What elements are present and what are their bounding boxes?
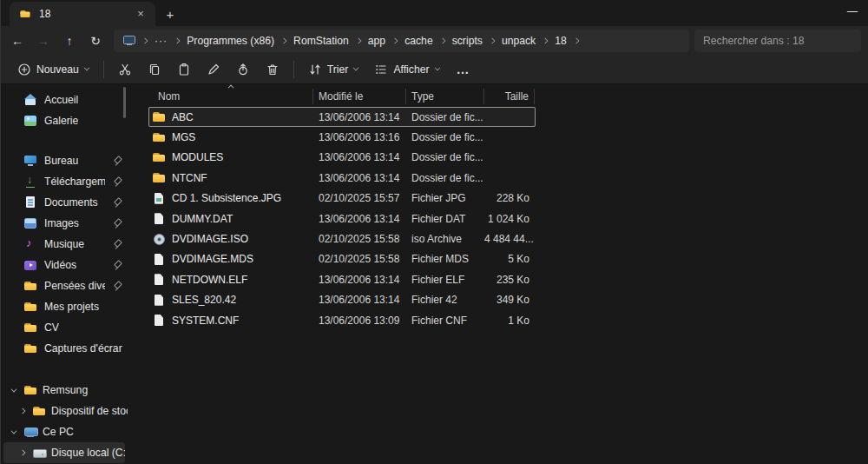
breadcrumb-item[interactable]: RomStation [281, 35, 349, 47]
paste-button[interactable] [169, 57, 199, 82]
search-input[interactable]: Rechercher dans : 18 [694, 30, 861, 52]
expand-chevron-icon[interactable] [11, 428, 17, 434]
table-row[interactable]: ABC 13/06/2006 13:14 Dossier de fic... [148, 107, 536, 127]
sort-button[interactable]: Trier [300, 57, 367, 82]
breadcrumb-item[interactable]: Programmes (x86) [174, 35, 274, 47]
up-button[interactable]: ↑ [56, 30, 82, 52]
address-bar[interactable]: ··· Programmes (x86) RomStation app cach… [114, 30, 689, 52]
breadcrumb-item[interactable]: unpack [490, 35, 536, 47]
sidebar-item[interactable]: Accueil [1, 89, 128, 110]
sidebar-item[interactable]: Téléchargements [1, 171, 128, 192]
forward-button[interactable]: → [30, 30, 56, 52]
table-row[interactable]: MODULES 13/06/2006 13:14 Dossier de fic.… [148, 148, 536, 168]
downloads-icon [23, 175, 37, 189]
chevron-right-icon [355, 37, 361, 43]
table-row[interactable]: NETDOWN.ELF 13/06/2006 13:14 Fichier ELF… [148, 269, 536, 289]
pc-icon [122, 34, 135, 47]
table-row[interactable]: SLES_820.42 13/06/2006 13:14 Fichier 42 … [148, 290, 536, 310]
file-modified: 13/06/2006 13:16 [313, 131, 406, 143]
breadcrumb-item[interactable]: scripts [440, 35, 483, 47]
sidebar-item[interactable]: Captures d'écran [1, 338, 128, 359]
file-name: SLES_820.42 [172, 294, 236, 306]
file-name: NTCNF [172, 172, 207, 184]
sidebar-item[interactable]: CV [1, 317, 128, 338]
breadcrumb-label[interactable]: 18 [555, 35, 567, 47]
delete-button[interactable] [258, 57, 287, 82]
file-size: 228 Ko [484, 192, 535, 204]
sidebar-item[interactable]: Musique [1, 234, 128, 255]
sidebar-item[interactable]: Mes projets [1, 296, 128, 317]
file-type: Dossier de fic... [406, 172, 484, 184]
table-row[interactable]: DUMMY.DAT 13/06/2006 13:14 Fichier DAT 1… [148, 209, 536, 229]
column-header-modifie-le[interactable]: Modifié le [313, 89, 406, 104]
expand-chevron-icon[interactable] [20, 450, 26, 456]
file-icon [152, 252, 166, 266]
sidebar-item[interactable]: Documents [1, 192, 128, 213]
file-modified: 02/10/2025 15:58 [313, 253, 406, 265]
breadcrumb-label[interactable]: Programmes (x86) [187, 35, 274, 47]
sidebar-item-label: Captures d'écran [44, 342, 122, 355]
breadcrumb-label[interactable]: RomStation [293, 35, 349, 47]
file-name: DVDIMAGE.MDS [172, 253, 253, 265]
new-button[interactable]: Nouveau [10, 57, 97, 82]
expand-chevron-icon[interactable] [11, 386, 17, 392]
sidebar-tree-item[interactable]: Dispositif de stocka [1, 401, 128, 421]
explorer-tab[interactable]: 18 × [10, 2, 155, 26]
back-button[interactable]: ← [4, 30, 30, 52]
new-button-label: Nouveau [36, 63, 79, 76]
table-row[interactable]: CD 1. Subsistence.JPG 02/10/2025 15:57 F… [148, 189, 536, 209]
scissors-icon [118, 63, 132, 76]
file-name: CD 1. Subsistence.JPG [172, 192, 281, 204]
rename-button[interactable] [199, 57, 228, 82]
chevron-down-icon [353, 65, 359, 71]
column-header-nom[interactable]: Nom [148, 89, 313, 104]
more-options-button[interactable]: … [448, 62, 479, 76]
titlebar: 18 × + — [1, 0, 868, 26]
sidebar-tree-item[interactable]: Remsung [1, 380, 128, 401]
sidebar-scrollbar[interactable] [123, 87, 126, 118]
sidebar-item[interactable]: Galerie [1, 110, 128, 131]
table-row[interactable]: MGS 13/06/2006 13:16 Dossier de fic... [148, 127, 536, 147]
minimize-button[interactable]: — [847, 5, 858, 17]
table-row[interactable]: DVDIMAGE.MDS 02/10/2025 15:58 Fichier MD… [148, 249, 536, 269]
refresh-button[interactable]: ↻ [82, 30, 108, 52]
trash-icon [266, 63, 279, 76]
copy-icon [148, 63, 161, 76]
breadcrumb-label[interactable]: scripts [452, 35, 483, 47]
breadcrumb-item[interactable]: 18 [542, 35, 567, 47]
view-button[interactable]: Afficher [366, 57, 447, 82]
tab-close-icon[interactable]: × [133, 6, 148, 22]
column-header-taille[interactable]: Taille [484, 89, 535, 104]
column-header-label: Taille [505, 90, 529, 103]
sidebar-tree-item[interactable]: Disque local (C:) [3, 442, 125, 463]
breadcrumb-label[interactable]: app [368, 35, 385, 47]
sidebar-item[interactable]: Bureau [1, 150, 128, 171]
table-row[interactable]: NTCNF 13/06/2006 13:14 Dossier de fic... [148, 168, 536, 188]
expand-chevron-icon[interactable] [20, 408, 26, 414]
copy-button[interactable] [140, 57, 169, 82]
sidebar-item[interactable]: Pensées diverses [1, 275, 128, 296]
file-modified: 13/06/2006 13:14 [313, 151, 406, 163]
new-tab-button[interactable]: + [159, 3, 181, 24]
column-header-type[interactable]: Type [406, 89, 484, 104]
file-name-cell: DVDIMAGE.ISO [148, 232, 313, 246]
sidebar-item[interactable]: Vidéos [1, 255, 128, 275]
folder-icon [23, 341, 37, 355]
sidebar-tree-item[interactable]: Ce PC [1, 421, 128, 442]
breadcrumb-item[interactable]: app [356, 35, 385, 47]
home-icon [23, 93, 37, 107]
breadcrumb-item[interactable]: cache [392, 35, 433, 47]
breadcrumb-label[interactable]: cache [404, 35, 433, 47]
share-button[interactable] [228, 57, 258, 82]
file-icon [152, 273, 166, 287]
folder-icon [152, 150, 166, 164]
cut-button[interactable] [110, 57, 140, 82]
sidebar-item[interactable]: Images [1, 213, 128, 234]
breadcrumb-label[interactable]: unpack [502, 35, 536, 47]
pin-icon [112, 260, 122, 271]
table-row[interactable]: DVDIMAGE.ISO 02/10/2025 15:58 iso Archiv… [148, 229, 536, 249]
breadcrumb-overflow[interactable]: ··· [155, 35, 168, 47]
column-header-label: Nom [158, 90, 180, 103]
table-row[interactable]: SYSTEM.CNF 13/06/2006 13:09 Fichier CNF … [148, 310, 536, 330]
file-name-cell: SLES_820.42 [148, 293, 313, 307]
